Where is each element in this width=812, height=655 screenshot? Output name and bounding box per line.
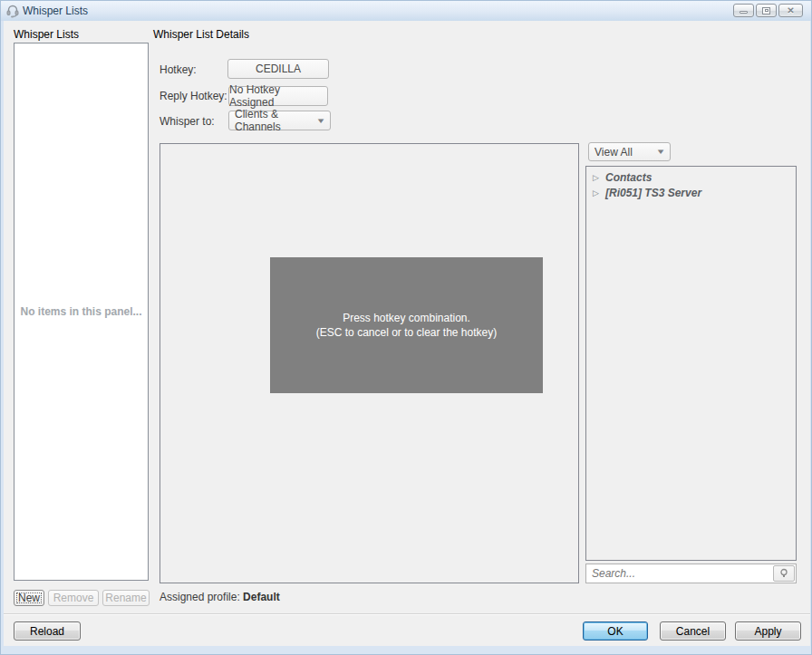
new-button[interactable]: New	[14, 590, 44, 606]
overlay-line2: (ESC to cancel or to clear the hotkey)	[316, 325, 497, 340]
assigned-profile: Assigned profile: Default	[160, 591, 280, 603]
maximize-icon	[762, 7, 770, 14]
whisper-to-label: Whisper to:	[160, 115, 215, 128]
minimize-button[interactable]	[733, 4, 754, 17]
tree-item-label: [Ri051] TS3 Server	[605, 187, 701, 199]
window-title: Whisper Lists	[23, 5, 88, 17]
window-controls: ✕	[733, 4, 803, 17]
remove-button[interactable]: Remove	[48, 590, 99, 606]
reply-hotkey-button[interactable]: No Hotkey Assigned	[228, 86, 328, 106]
search-icon	[778, 568, 789, 579]
search-button[interactable]	[773, 565, 795, 582]
footer-divider	[4, 613, 810, 614]
empty-list-text: No items in this panel...	[20, 305, 141, 318]
close-icon: ✕	[787, 6, 794, 15]
titlebar[interactable]: Whisper Lists ✕	[1, 1, 812, 21]
close-button[interactable]: ✕	[778, 4, 803, 17]
whisper-to-select[interactable]: Clients & Channels ▼	[228, 111, 331, 130]
search-field	[585, 563, 797, 583]
hotkey-button[interactable]: CEDILLA	[227, 59, 329, 79]
rename-button[interactable]: Rename	[102, 590, 150, 606]
hotkey-label: Hotkey:	[160, 63, 197, 76]
reload-button[interactable]: Reload	[14, 621, 81, 641]
tree-item-label: Contacts	[605, 171, 652, 184]
assigned-profile-value: Default	[243, 591, 280, 603]
whisper-to-value: Clients & Channels	[235, 108, 317, 133]
view-filter-select[interactable]: View All ▼	[588, 142, 671, 161]
details-header: Whisper List Details	[153, 28, 249, 41]
left-panel-header: Whisper Lists	[14, 28, 79, 41]
expand-icon[interactable]: ▷	[593, 188, 605, 197]
server-tree: ▷ Contacts ▷ [Ri051] TS3 Server	[585, 166, 797, 561]
whisper-list-box[interactable]: No items in this panel...	[14, 43, 149, 581]
maximize-button[interactable]	[756, 4, 777, 17]
reply-hotkey-label: Reply Hotkey:	[160, 90, 227, 102]
tree-item-server[interactable]: ▷ [Ri051] TS3 Server	[586, 185, 796, 200]
headset-icon	[5, 4, 20, 18]
ok-button[interactable]: OK	[583, 621, 648, 641]
cancel-button[interactable]: Cancel	[660, 621, 726, 641]
chevron-down-icon: ▼	[655, 148, 665, 156]
whisper-lists-window: Whisper Lists ✕ Whisper Lists No items i…	[0, 0, 812, 655]
search-input[interactable]	[586, 567, 773, 580]
tree-item-contacts[interactable]: ▷ Contacts	[586, 169, 796, 185]
overlay-line1: Press hotkey combination.	[343, 311, 470, 325]
minimize-icon	[740, 11, 748, 14]
view-filter-value: View All	[594, 146, 633, 159]
chevron-down-icon: ▼	[315, 117, 325, 125]
expand-icon[interactable]: ▷	[593, 173, 605, 182]
assigned-profile-label: Assigned profile:	[160, 591, 240, 603]
apply-button[interactable]: Apply	[735, 621, 801, 641]
hotkey-capture-overlay: Press hotkey combination. (ESC to cancel…	[270, 257, 543, 393]
